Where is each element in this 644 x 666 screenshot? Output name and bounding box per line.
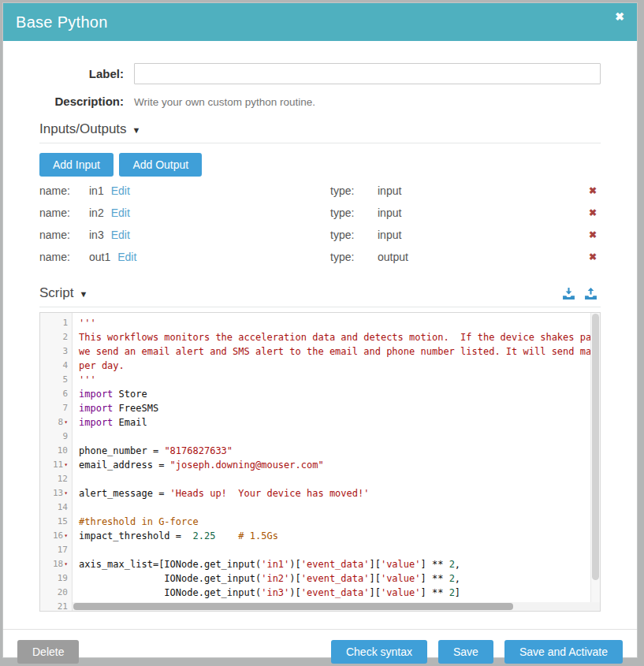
- line-number-text: 6: [62, 389, 68, 399]
- fold-arrow-icon[interactable]: ▾: [64, 419, 68, 426]
- dialog-footer: Delete Check syntax Save Save and Activa…: [3, 629, 637, 664]
- code-text: ''': [72, 373, 96, 387]
- line-number: 11▾: [40, 458, 72, 472]
- line-number-text: 21: [58, 601, 68, 612]
- line-number-text: 17: [58, 545, 68, 555]
- script-heading[interactable]: Script ▼: [39, 285, 601, 301]
- horizontal-scrollbar[interactable]: [73, 602, 590, 611]
- fold-arrow-icon[interactable]: ▾: [64, 489, 68, 497]
- fold-arrow-icon[interactable]: ▾: [64, 461, 68, 468]
- label-input[interactable]: [134, 63, 601, 84]
- line-number: 13▾: [40, 486, 72, 500]
- io-type-value: input: [378, 206, 401, 219]
- line-number: 15: [40, 515, 72, 529]
- io-row: name:out1Edittype:output✖: [39, 251, 601, 265]
- add-input-button[interactable]: Add Input: [39, 153, 114, 177]
- io-edit-link[interactable]: Edit: [117, 251, 136, 263]
- code-text: ''': [72, 316, 96, 330]
- code-text: email_address = "joseph.downing@mouser.c…: [72, 458, 324, 472]
- chevron-down-icon: ▼: [132, 124, 141, 135]
- io-name-label: name:: [39, 206, 89, 219]
- code-line: 20 IONode.get_input('in3')['event_data']…: [40, 586, 600, 600]
- download-icon[interactable]: [562, 287, 575, 300]
- code-text: we send an email alert and SMS alert to …: [72, 344, 597, 359]
- code-text: import Email: [72, 415, 147, 430]
- code-text: axis_max_list=[IONode.get_input('in1')['…: [72, 557, 460, 571]
- script-heading-label: Script: [39, 285, 73, 301]
- dialog-body: Label: Description: Write your own custo…: [3, 41, 637, 612]
- code-line: 14: [40, 500, 600, 515]
- line-number-text: 10: [58, 445, 68, 456]
- scrollbar-corner: [590, 602, 600, 611]
- save-and-activate-button[interactable]: Save and Activate: [504, 640, 623, 664]
- io-edit-link[interactable]: Edit: [111, 184, 130, 197]
- code-text: [72, 543, 79, 557]
- line-number: 17: [40, 543, 72, 557]
- io-buttons: Add Input Add Output: [39, 153, 601, 177]
- check-syntax-button[interactable]: Check syntax: [331, 640, 427, 664]
- code-line: 1''': [40, 316, 600, 330]
- script-icon-bar: [562, 287, 601, 300]
- fold-arrow-icon[interactable]: ▾: [64, 532, 68, 539]
- add-output-button[interactable]: Add Output: [119, 153, 202, 177]
- code-text: [72, 500, 79, 515]
- code-line: 6import Store: [40, 387, 600, 401]
- line-number: 2: [40, 330, 72, 344]
- line-number: 3: [40, 344, 72, 359]
- code-text: IONode.get_input('in2')['event_data']['v…: [72, 571, 460, 586]
- io-row: name:in3Edittype:input✖: [39, 229, 601, 243]
- close-icon[interactable]: ✖: [615, 11, 624, 22]
- io-edit-link[interactable]: Edit: [111, 229, 130, 241]
- remove-row-icon[interactable]: ✖: [589, 207, 597, 218]
- line-number: 8▾: [40, 415, 72, 430]
- base-python-dialog: Base Python ✖ Label: Description: Write …: [2, 2, 638, 658]
- description-row: Description: Write your own custom pytho…: [39, 95, 601, 108]
- line-number-text: 11: [53, 460, 63, 470]
- code-line: 12: [40, 472, 600, 486]
- label-form-row: Label:: [39, 63, 601, 84]
- save-button[interactable]: Save: [438, 640, 493, 664]
- line-number: 14: [40, 500, 72, 515]
- line-number: 7: [40, 401, 72, 415]
- vertical-scrollbar-thumb[interactable]: [592, 314, 599, 580]
- io-name-value: in3: [89, 229, 104, 241]
- line-number-text: 2: [62, 332, 68, 342]
- delete-button[interactable]: Delete: [17, 640, 79, 664]
- fold-arrow-icon[interactable]: ▾: [64, 560, 68, 567]
- line-number: 18▾: [40, 557, 72, 571]
- remove-row-icon[interactable]: ✖: [589, 185, 597, 196]
- line-number-text: 5: [62, 374, 68, 385]
- divider: [39, 143, 601, 143]
- io-type-label: type:: [330, 206, 354, 219]
- io-edit-link[interactable]: Edit: [111, 206, 130, 219]
- io-row: name:in1Edittype:input✖: [39, 184, 601, 199]
- code-text: alert_message = 'Heads up! Your device h…: [72, 486, 369, 500]
- vertical-scrollbar[interactable]: [590, 313, 600, 602]
- remove-row-icon[interactable]: ✖: [589, 251, 597, 262]
- line-number: 5: [40, 373, 72, 387]
- code-line: 11▾email_address = "joseph.downing@mouse…: [40, 458, 600, 472]
- code-text: impact_threshold = 2.25 # 1.5Gs: [72, 529, 278, 543]
- code-text: import FreeSMS: [72, 401, 158, 415]
- remove-row-icon[interactable]: ✖: [589, 229, 597, 240]
- chevron-down-icon: ▼: [79, 288, 87, 299]
- code-line: 19 IONode.get_input('in2')['event_data']…: [40, 571, 600, 586]
- code-line: 10phone_number = "8176827633": [40, 444, 600, 458]
- code-line: 15#threshold in G-force: [40, 515, 600, 529]
- line-number: 12: [40, 472, 72, 486]
- code-line: 3we send an email alert and SMS alert to…: [40, 344, 600, 359]
- code-line: 4per day.: [40, 359, 600, 373]
- dialog-header: Base Python ✖: [3, 3, 637, 41]
- script-code-editor[interactable]: 1'''2This workflows monitors the acceler…: [39, 312, 601, 612]
- code-line: 8▾import Email: [40, 415, 600, 430]
- code-line: 2This workflows monitors the acceleratio…: [40, 330, 600, 344]
- io-name-value: in2: [89, 206, 104, 219]
- upload-icon[interactable]: [584, 287, 597, 300]
- line-number-text: 14: [58, 502, 68, 512]
- line-number-text: 4: [62, 360, 68, 370]
- code-text: [72, 472, 79, 486]
- inputs-outputs-heading[interactable]: Inputs/Outputs ▼: [39, 121, 601, 137]
- code-text: phone_number = "8176827633": [72, 444, 233, 458]
- line-number-text: 18: [53, 559, 63, 569]
- horizontal-scrollbar-thumb[interactable]: [73, 603, 513, 610]
